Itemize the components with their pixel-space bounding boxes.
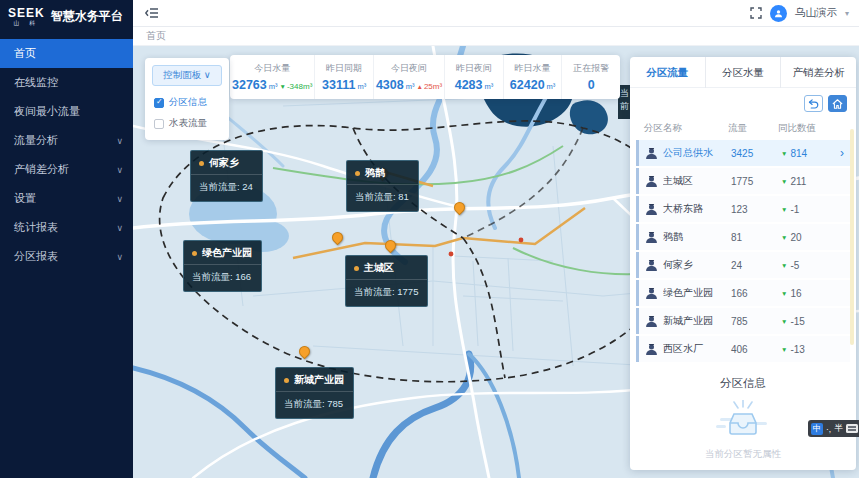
zone-panel: 分区流量 分区水量 产销差分析 分区名称 流量 同比数值 公司总供水 bbox=[630, 57, 856, 470]
breadcrumb-home[interactable]: 首页 bbox=[146, 29, 166, 43]
table-row[interactable]: 西区水厂 406 ▼-13 › bbox=[636, 336, 850, 362]
trend-down-icon: ▼ bbox=[781, 318, 787, 325]
tab-zone-flow[interactable]: 分区流量 bbox=[630, 57, 706, 88]
zone-person-icon bbox=[645, 315, 658, 328]
sidebar-item-online-monitoring[interactable]: 在线监控 bbox=[0, 68, 133, 97]
stat-active-alarms: 正在报警 0 bbox=[562, 55, 620, 99]
app-logo: SEEK 山 科 智慧水务平台 bbox=[0, 0, 133, 35]
ime-punctuation-icon[interactable]: ·, bbox=[826, 424, 831, 434]
trend-down-icon: ▼ bbox=[781, 178, 787, 185]
zone-person-icon bbox=[645, 203, 658, 216]
chevron-down-icon: ∨ bbox=[204, 69, 211, 80]
ime-toolbar[interactable]: 中 ·, 半 bbox=[808, 420, 859, 437]
sidebar-collapse-icon[interactable] bbox=[145, 7, 159, 19]
sidebar-item-stat-reports[interactable]: 统计报表 ∨ bbox=[0, 213, 133, 242]
zone-person-icon bbox=[645, 287, 658, 300]
trend-down-icon: ▼ bbox=[781, 150, 787, 157]
option-meter-flow[interactable]: 水表流量 bbox=[145, 113, 229, 134]
table-row[interactable]: 大桥东路 123 ▼-1 › bbox=[636, 196, 850, 222]
sidebar: SEEK 山 科 智慧水务平台 首页 在线监控 夜间最小流量 流量分析 ∨ 产销… bbox=[0, 0, 133, 478]
breadcrumb: 首页 bbox=[133, 27, 859, 46]
undo-button[interactable] bbox=[804, 95, 823, 112]
stat-yesterday-same-period: 昨日同期 33111 m³ bbox=[315, 55, 374, 99]
logo-subtext: 山 科 bbox=[14, 20, 40, 26]
trend-down-icon: ▼ bbox=[781, 234, 787, 241]
table-row[interactable]: 主城区 1775 ▼211 › bbox=[636, 168, 850, 194]
zone-person-icon bbox=[645, 147, 658, 160]
sidebar-item-flow-analysis[interactable]: 流量分析 ∨ bbox=[0, 126, 133, 155]
control-panel-button[interactable]: 控制面板 ∨ bbox=[152, 65, 222, 86]
checkbox-unchecked-icon[interactable] bbox=[154, 119, 164, 129]
zone-table: 公司总供水 3425 ▼814 › 主城区 1775 ▼211 › 大桥东路 1… bbox=[630, 140, 856, 364]
avatar[interactable] bbox=[770, 5, 787, 22]
ime-width-mode-icon[interactable]: 半 bbox=[834, 423, 843, 435]
table-row[interactable]: 何家乡 24 ▼-5 › bbox=[636, 252, 850, 278]
main-area: 乌山演示 ▾ 首页 bbox=[133, 0, 859, 478]
chevron-down-icon: ∨ bbox=[116, 223, 123, 233]
chevron-down-icon: ∨ bbox=[116, 194, 123, 204]
caret-down-icon[interactable]: ▾ bbox=[845, 9, 849, 18]
map-control-panel: 控制面板 ∨ 分区信息 水表流量 bbox=[145, 58, 229, 140]
trend-down-icon: ▼ bbox=[781, 346, 787, 353]
chevron-right-icon: › bbox=[840, 146, 846, 160]
zone-person-icon bbox=[645, 231, 658, 244]
zone-person-icon bbox=[645, 259, 658, 272]
trend-down-icon: ▼ bbox=[781, 262, 787, 269]
table-row[interactable]: 绿色产业园 166 ▼16 › bbox=[636, 280, 850, 306]
table-row[interactable]: 公司总供水 3425 ▼814 › bbox=[636, 140, 850, 166]
zone-panel-tabs: 分区流量 分区水量 产销差分析 bbox=[630, 57, 856, 88]
zone-info-title: 分区信息 bbox=[630, 376, 856, 391]
chevron-down-icon: ∨ bbox=[116, 136, 123, 146]
map-tooltip-main-city: 主城区 当前流量: 1775 bbox=[345, 255, 428, 307]
map-tooltip-hejiaxiang: 何家乡 当前流量: 24 bbox=[190, 150, 263, 202]
zone-dot-icon bbox=[199, 161, 204, 166]
sidebar-menu: 首页 在线监控 夜间最小流量 流量分析 ∨ 产销差分析 ∨ 设置 ∨ 统计报表 … bbox=[0, 39, 133, 271]
home-button[interactable] bbox=[828, 95, 847, 112]
sidebar-item-home[interactable]: 首页 bbox=[0, 39, 133, 68]
fullscreen-icon[interactable] bbox=[750, 7, 762, 19]
table-row[interactable]: 新城产业园 785 ▼-15 › bbox=[636, 308, 850, 334]
sidebar-item-night-min-flow[interactable]: 夜间最小流量 bbox=[0, 97, 133, 126]
zone-dot-icon bbox=[355, 171, 360, 176]
logo-icon: SEEK 山 科 bbox=[8, 7, 45, 26]
trend-down-icon: ▼ bbox=[280, 83, 286, 90]
sidebar-item-zone-reports[interactable]: 分区报表 ∨ bbox=[0, 242, 133, 271]
stat-yesterday-volume: 昨日水量 62420 m³ bbox=[504, 55, 563, 99]
zone-person-icon bbox=[645, 343, 658, 356]
empty-box-icon bbox=[714, 400, 772, 442]
trend-down-icon: ▼ bbox=[781, 206, 787, 213]
zone-person-icon bbox=[645, 175, 658, 188]
trend-up-icon: ▲ bbox=[416, 83, 422, 90]
app-title: 智慧水务平台 bbox=[51, 8, 123, 25]
table-header: 分区名称 流量 同比数值 bbox=[630, 116, 856, 140]
topbar: 乌山演示 ▾ bbox=[133, 0, 859, 27]
sidebar-item-nrw-analysis[interactable]: 产销差分析 ∨ bbox=[0, 155, 133, 184]
empty-state-text: 当前分区暂无属性 bbox=[705, 448, 781, 461]
chevron-down-icon: ∨ bbox=[116, 252, 123, 262]
zone-dot-icon bbox=[354, 266, 359, 271]
panel-actions bbox=[630, 88, 856, 116]
zone-dot-icon bbox=[284, 378, 289, 383]
tab-zone-volume[interactable]: 分区水量 bbox=[706, 57, 782, 88]
map-canvas[interactable]: 何家乡 当前流量: 24 鸦鹊 当前流量: 81 绿色产业园 当前流量: 166… bbox=[133, 46, 859, 478]
stats-bar: 今日水量 32763 m³ ▼-348m³ 昨日同期 33111 m³ 今日夜间… bbox=[230, 55, 620, 99]
option-zone-info[interactable]: 分区信息 bbox=[145, 92, 229, 113]
map-tooltip-green-park: 绿色产业园 当前流量: 166 bbox=[183, 240, 262, 292]
stat-yesterday-night: 昨日夜间 4283 m³ bbox=[445, 55, 504, 99]
username[interactable]: 乌山演示 bbox=[795, 6, 837, 20]
sidebar-item-settings[interactable]: 设置 ∨ bbox=[0, 184, 133, 213]
table-row[interactable]: 鸦鹊 81 ▼20 › bbox=[636, 224, 850, 250]
stat-today-night: 今日夜间 4308 m³ ▲25m³ bbox=[374, 55, 445, 99]
checkbox-checked-icon[interactable] bbox=[154, 98, 164, 108]
map-tooltip-new-city-park: 新城产业园 当前流量: 785 bbox=[275, 367, 354, 419]
tab-nrw-analysis[interactable]: 产销差分析 bbox=[781, 57, 856, 88]
stat-today-volume: 今日水量 32763 m³ ▼-348m³ bbox=[230, 55, 315, 99]
logo-text: SEEK bbox=[8, 7, 45, 19]
map-tooltip-yaque: 鸦鹊 当前流量: 81 bbox=[346, 160, 419, 212]
trend-down-icon: ▼ bbox=[781, 290, 787, 297]
ime-language-icon[interactable]: 中 bbox=[811, 423, 823, 435]
keyboard-icon[interactable] bbox=[846, 424, 858, 433]
chevron-down-icon: ∨ bbox=[116, 165, 123, 175]
panel-scrollbar[interactable] bbox=[850, 129, 854, 345]
zone-dot-icon bbox=[192, 251, 197, 256]
